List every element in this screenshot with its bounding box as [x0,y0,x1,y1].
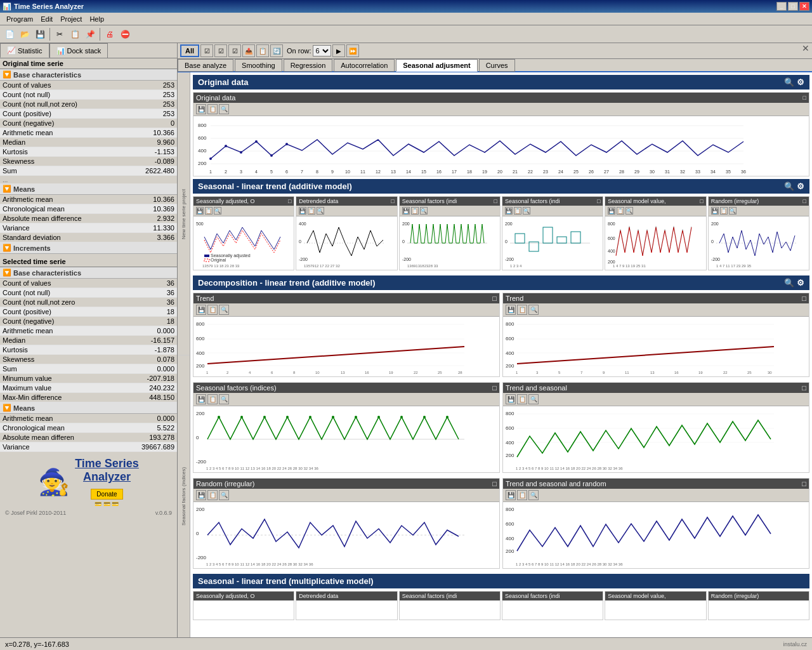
ts-copy[interactable]: 📋 [517,394,527,404]
zoom-icon3[interactable]: 🔍 [784,278,794,288]
tab-curves[interactable]: Curves [479,59,515,72]
tsr-save[interactable]: 💾 [506,490,516,500]
table-row: Arithmetic mean10.366 [0,128,177,138]
chart-zoom-btn[interactable]: 🔍 [219,104,229,114]
menu-edit[interactable]: Edit [37,14,56,24]
close-panel-btn[interactable]: ✕ [802,43,809,53]
toolbar-btn-check2[interactable]: ☑ [214,44,227,57]
table-row: Variance11.330 [0,223,177,233]
vert-label-new-project[interactable]: New time serie project [178,72,190,355]
svg-text:200: 200 [608,260,615,264]
content-scroll[interactable]: Original data 🔍 ⚙ Original data □ 💾 [190,72,812,637]
t1-save[interactable]: 💾 [196,305,206,315]
menu-help[interactable]: Help [86,14,108,24]
t2-copy[interactable]: 📋 [517,305,527,315]
donate-btn[interactable]: Donate [75,486,139,500]
save-btn[interactable]: 💾 [33,27,47,41]
svg-text:136913182328 33: 136913182328 33 [407,264,438,268]
svg-text:2: 2 [225,169,227,174]
s5-save[interactable]: 💾 [608,207,615,215]
tab-dock-stack[interactable]: 📊 Dock stack [49,43,108,58]
copy-btn[interactable]: 📋 [68,27,82,41]
toolbar-btn-export1[interactable]: 📤 [242,44,255,57]
left-scroll[interactable]: Original time serie 🔽 Base characteristi… [0,58,177,637]
r-zoom[interactable]: 🔍 [219,490,229,500]
t2-zoom[interactable]: 🔍 [528,305,539,315]
seasonal-linear-header: Seasonal - linear trend (additive model)… [193,179,809,194]
tsr-zoom[interactable]: 🔍 [528,490,539,500]
s6-copy[interactable]: 📋 [720,207,728,215]
vertical-labels: New time serie project Seasonal factors … [178,72,190,637]
svg-text:16: 16 [674,371,679,375]
s6-save[interactable]: 💾 [711,207,719,215]
svg-text:18: 18 [467,169,472,174]
t1-zoom[interactable]: 🔍 [219,305,229,315]
tab-seasonal-adj[interactable]: Seasonal adjusment [396,59,477,72]
s4-zoom[interactable]: 🔍 [523,207,530,215]
toolbar-btn-check3[interactable]: ☑ [228,44,241,57]
zoom-icon[interactable]: 🔍 [784,77,794,87]
s1-zoom[interactable]: 🔍 [214,207,221,215]
stop-btn[interactable]: ⛔ [118,27,132,41]
toolbar-btn-refresh[interactable]: 🔄 [270,44,283,57]
sf-zoom[interactable]: 🔍 [219,394,229,404]
s4-copy[interactable]: 📋 [514,207,521,215]
cut-btn[interactable]: ✂ [53,27,67,41]
s4-save[interactable]: 💾 [505,207,513,215]
settings-icon2[interactable]: ⚙ [797,182,804,191]
toolbar-btn-export2[interactable]: 📋 [256,44,269,57]
menu-program[interactable]: Program [3,14,37,24]
toolbar-btn-nav[interactable]: ⏩ [346,44,359,57]
svg-text:600: 600 [506,521,514,527]
sf-copy[interactable]: 📋 [207,394,218,404]
s2-save[interactable]: 💾 [299,207,306,215]
s5-zoom[interactable]: 🔍 [625,207,633,215]
settings-icon3[interactable]: ⚙ [797,278,804,288]
s3-zoom[interactable]: 🔍 [420,207,428,215]
tab-smoothing[interactable]: Smoothing [235,59,282,72]
sf-save[interactable]: 💾 [196,394,206,404]
zoom-icon2[interactable]: 🔍 [784,182,794,191]
s2-copy[interactable]: 📋 [308,207,315,215]
tab-statistic[interactable]: 📈 Statistic [0,43,49,58]
sf-svg: 200 0 -200 [195,408,468,471]
paste-btn[interactable]: 📌 [83,27,97,41]
toolbar-btn-go[interactable]: ▶ [332,44,345,57]
svg-text:1 2 3 4 5 6 7 8 9 10 11 12 14 : 1 2 3 4 5 6 7 8 9 10 11 12 14 16 18 20 2… [516,467,623,470]
t2-save[interactable]: 💾 [506,305,516,315]
s1-copy[interactable]: 📋 [205,207,213,215]
s6-zoom[interactable]: 🔍 [729,207,737,215]
vert-label-seasonal[interactable]: Seasonal factors (indices) [178,355,190,637]
s3-save[interactable]: 💾 [402,207,410,215]
chart-save-btn[interactable]: 💾 [196,104,206,114]
mc3-body [400,600,500,620]
row-select[interactable]: 6 4 5 7 8 [313,45,331,56]
print-btn[interactable]: 🖨 [103,27,117,41]
t1-copy[interactable]: 📋 [207,305,218,315]
s5-copy[interactable]: 📋 [617,207,624,215]
s2-zoom[interactable]: 🔍 [317,207,324,215]
minimize-button[interactable]: _ [776,2,787,11]
tab-base-analyze[interactable]: Base analyze [178,59,233,72]
close-button[interactable]: ✕ [799,2,809,11]
r-save[interactable]: 💾 [196,490,206,500]
maximize-button[interactable]: □ [788,2,798,11]
tab-regression[interactable]: Regression [284,59,333,72]
tab-autocorrelation[interactable]: Autocorrelation [334,59,395,72]
new-btn[interactable]: 📄 [3,27,16,41]
chart-copy-btn[interactable]: 📋 [207,104,218,114]
s3-copy[interactable]: 📋 [411,207,419,215]
open-btn[interactable]: 📂 [18,27,32,41]
svg-text:25: 25 [573,169,579,174]
svg-text:19: 19 [698,371,703,375]
ts-zoom[interactable]: 🔍 [528,394,539,404]
toolbar-btn-check1[interactable]: ☑ [200,44,213,57]
settings-icon[interactable]: ⚙ [797,77,804,87]
tsr-copy[interactable]: 📋 [517,490,527,500]
all-button[interactable]: All [180,44,199,57]
bottom-info: © Josef Pirkl 2010-2011 v.0.6.9 [5,510,172,516]
s1-save[interactable]: 💾 [196,207,204,215]
menu-project[interactable]: Project [56,14,86,24]
r-copy[interactable]: 📋 [207,490,218,500]
ts-save[interactable]: 💾 [506,394,516,404]
